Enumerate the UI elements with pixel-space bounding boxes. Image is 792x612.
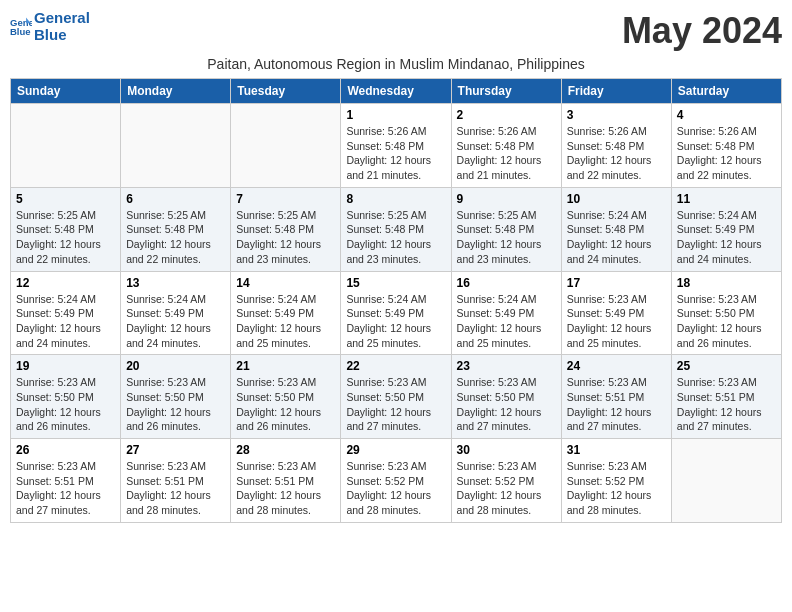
day-number: 12 — [16, 276, 115, 290]
day-number: 23 — [457, 359, 556, 373]
calendar-cell: 17Sunrise: 5:23 AMSunset: 5:49 PMDayligh… — [561, 271, 671, 355]
day-info: Sunrise: 5:26 AMSunset: 5:48 PMDaylight:… — [346, 124, 445, 183]
calendar-cell: 20Sunrise: 5:23 AMSunset: 5:50 PMDayligh… — [121, 355, 231, 439]
calendar-cell — [231, 104, 341, 188]
svg-text:Blue: Blue — [10, 26, 31, 37]
calendar-cell: 29Sunrise: 5:23 AMSunset: 5:52 PMDayligh… — [341, 439, 451, 523]
calendar-cell: 2Sunrise: 5:26 AMSunset: 5:48 PMDaylight… — [451, 104, 561, 188]
day-info: Sunrise: 5:26 AMSunset: 5:48 PMDaylight:… — [677, 124, 776, 183]
day-number: 13 — [126, 276, 225, 290]
weekday-header-wednesday: Wednesday — [341, 79, 451, 104]
calendar-cell: 25Sunrise: 5:23 AMSunset: 5:51 PMDayligh… — [671, 355, 781, 439]
day-number: 2 — [457, 108, 556, 122]
weekday-header-sunday: Sunday — [11, 79, 121, 104]
day-number: 5 — [16, 192, 115, 206]
weekday-header-friday: Friday — [561, 79, 671, 104]
day-info: Sunrise: 5:24 AMSunset: 5:49 PMDaylight:… — [457, 292, 556, 351]
day-info: Sunrise: 5:23 AMSunset: 5:49 PMDaylight:… — [567, 292, 666, 351]
calendar-cell: 18Sunrise: 5:23 AMSunset: 5:50 PMDayligh… — [671, 271, 781, 355]
weekday-header-saturday: Saturday — [671, 79, 781, 104]
day-number: 26 — [16, 443, 115, 457]
day-number: 21 — [236, 359, 335, 373]
day-info: Sunrise: 5:23 AMSunset: 5:50 PMDaylight:… — [126, 375, 225, 434]
calendar-cell — [121, 104, 231, 188]
day-number: 8 — [346, 192, 445, 206]
day-info: Sunrise: 5:23 AMSunset: 5:50 PMDaylight:… — [236, 375, 335, 434]
day-number: 18 — [677, 276, 776, 290]
calendar-cell: 22Sunrise: 5:23 AMSunset: 5:50 PMDayligh… — [341, 355, 451, 439]
weekday-header-monday: Monday — [121, 79, 231, 104]
calendar-cell: 3Sunrise: 5:26 AMSunset: 5:48 PMDaylight… — [561, 104, 671, 188]
week-row-5: 26Sunrise: 5:23 AMSunset: 5:51 PMDayligh… — [11, 439, 782, 523]
day-number: 24 — [567, 359, 666, 373]
day-info: Sunrise: 5:26 AMSunset: 5:48 PMDaylight:… — [567, 124, 666, 183]
calendar-cell — [11, 104, 121, 188]
calendar-cell: 1Sunrise: 5:26 AMSunset: 5:48 PMDaylight… — [341, 104, 451, 188]
calendar-cell: 23Sunrise: 5:23 AMSunset: 5:50 PMDayligh… — [451, 355, 561, 439]
logo-line2: Blue — [34, 27, 90, 44]
day-info: Sunrise: 5:24 AMSunset: 5:49 PMDaylight:… — [346, 292, 445, 351]
calendar-cell: 28Sunrise: 5:23 AMSunset: 5:51 PMDayligh… — [231, 439, 341, 523]
day-number: 10 — [567, 192, 666, 206]
calendar-cell: 30Sunrise: 5:23 AMSunset: 5:52 PMDayligh… — [451, 439, 561, 523]
day-info: Sunrise: 5:23 AMSunset: 5:52 PMDaylight:… — [346, 459, 445, 518]
day-info: Sunrise: 5:24 AMSunset: 5:49 PMDaylight:… — [677, 208, 776, 267]
day-info: Sunrise: 5:23 AMSunset: 5:50 PMDaylight:… — [457, 375, 556, 434]
day-info: Sunrise: 5:23 AMSunset: 5:50 PMDaylight:… — [677, 292, 776, 351]
month-title: May 2024 — [622, 10, 782, 52]
calendar-cell: 16Sunrise: 5:24 AMSunset: 5:49 PMDayligh… — [451, 271, 561, 355]
day-number: 7 — [236, 192, 335, 206]
calendar-cell: 7Sunrise: 5:25 AMSunset: 5:48 PMDaylight… — [231, 187, 341, 271]
calendar-table: SundayMondayTuesdayWednesdayThursdayFrid… — [10, 78, 782, 523]
logo-line1: General — [34, 10, 90, 27]
calendar-cell: 5Sunrise: 5:25 AMSunset: 5:48 PMDaylight… — [11, 187, 121, 271]
day-info: Sunrise: 5:23 AMSunset: 5:51 PMDaylight:… — [567, 375, 666, 434]
calendar-subtitle: Paitan, Autonomous Region in Muslim Mind… — [10, 56, 782, 72]
calendar-cell: 12Sunrise: 5:24 AMSunset: 5:49 PMDayligh… — [11, 271, 121, 355]
day-info: Sunrise: 5:23 AMSunset: 5:52 PMDaylight:… — [567, 459, 666, 518]
calendar-cell: 6Sunrise: 5:25 AMSunset: 5:48 PMDaylight… — [121, 187, 231, 271]
week-row-4: 19Sunrise: 5:23 AMSunset: 5:50 PMDayligh… — [11, 355, 782, 439]
day-info: Sunrise: 5:23 AMSunset: 5:50 PMDaylight:… — [16, 375, 115, 434]
weekday-header-tuesday: Tuesday — [231, 79, 341, 104]
day-number: 30 — [457, 443, 556, 457]
day-number: 22 — [346, 359, 445, 373]
day-info: Sunrise: 5:26 AMSunset: 5:48 PMDaylight:… — [457, 124, 556, 183]
day-info: Sunrise: 5:24 AMSunset: 5:49 PMDaylight:… — [236, 292, 335, 351]
day-number: 27 — [126, 443, 225, 457]
day-info: Sunrise: 5:23 AMSunset: 5:51 PMDaylight:… — [236, 459, 335, 518]
day-info: Sunrise: 5:23 AMSunset: 5:51 PMDaylight:… — [677, 375, 776, 434]
calendar-cell: 26Sunrise: 5:23 AMSunset: 5:51 PMDayligh… — [11, 439, 121, 523]
day-number: 25 — [677, 359, 776, 373]
calendar-cell: 24Sunrise: 5:23 AMSunset: 5:51 PMDayligh… — [561, 355, 671, 439]
calendar-cell: 9Sunrise: 5:25 AMSunset: 5:48 PMDaylight… — [451, 187, 561, 271]
day-number: 1 — [346, 108, 445, 122]
day-info: Sunrise: 5:25 AMSunset: 5:48 PMDaylight:… — [236, 208, 335, 267]
logo: General Blue General Blue — [10, 10, 90, 43]
day-info: Sunrise: 5:25 AMSunset: 5:48 PMDaylight:… — [346, 208, 445, 267]
day-number: 17 — [567, 276, 666, 290]
day-number: 29 — [346, 443, 445, 457]
weekday-header-thursday: Thursday — [451, 79, 561, 104]
day-info: Sunrise: 5:23 AMSunset: 5:51 PMDaylight:… — [126, 459, 225, 518]
day-info: Sunrise: 5:25 AMSunset: 5:48 PMDaylight:… — [16, 208, 115, 267]
header: General Blue General Blue May 2024 — [10, 10, 782, 52]
calendar-cell: 19Sunrise: 5:23 AMSunset: 5:50 PMDayligh… — [11, 355, 121, 439]
day-info: Sunrise: 5:24 AMSunset: 5:48 PMDaylight:… — [567, 208, 666, 267]
calendar-cell: 27Sunrise: 5:23 AMSunset: 5:51 PMDayligh… — [121, 439, 231, 523]
calendar-cell: 4Sunrise: 5:26 AMSunset: 5:48 PMDaylight… — [671, 104, 781, 188]
calendar-cell: 13Sunrise: 5:24 AMSunset: 5:49 PMDayligh… — [121, 271, 231, 355]
day-number: 14 — [236, 276, 335, 290]
day-number: 4 — [677, 108, 776, 122]
week-row-3: 12Sunrise: 5:24 AMSunset: 5:49 PMDayligh… — [11, 271, 782, 355]
calendar-cell: 8Sunrise: 5:25 AMSunset: 5:48 PMDaylight… — [341, 187, 451, 271]
calendar-cell: 10Sunrise: 5:24 AMSunset: 5:48 PMDayligh… — [561, 187, 671, 271]
day-number: 28 — [236, 443, 335, 457]
day-info: Sunrise: 5:25 AMSunset: 5:48 PMDaylight:… — [457, 208, 556, 267]
day-number: 11 — [677, 192, 776, 206]
day-info: Sunrise: 5:23 AMSunset: 5:52 PMDaylight:… — [457, 459, 556, 518]
day-number: 16 — [457, 276, 556, 290]
calendar-cell: 14Sunrise: 5:24 AMSunset: 5:49 PMDayligh… — [231, 271, 341, 355]
day-number: 3 — [567, 108, 666, 122]
week-row-1: 1Sunrise: 5:26 AMSunset: 5:48 PMDaylight… — [11, 104, 782, 188]
